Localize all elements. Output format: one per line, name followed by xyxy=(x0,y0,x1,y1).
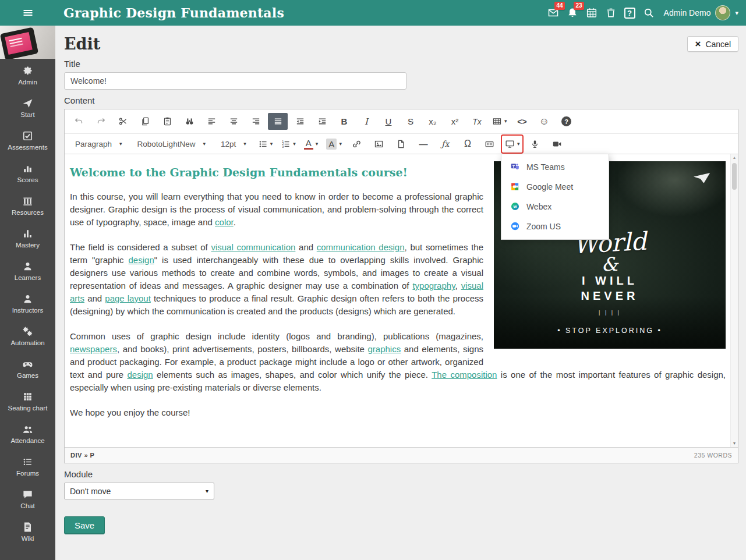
record-video-button[interactable] xyxy=(547,136,567,153)
messages-button[interactable]: 44 xyxy=(547,7,559,19)
sidebar-item-label: Games xyxy=(17,372,38,379)
content-link[interactable]: visual communication xyxy=(211,242,295,252)
image-text-ticks: | | | | xyxy=(599,306,621,319)
avatar xyxy=(715,5,730,20)
sidebar-item-scores[interactable]: Scores xyxy=(0,157,55,189)
menu-item-google-meet[interactable]: Google Meet xyxy=(501,177,609,197)
insert-document-button[interactable] xyxy=(391,136,411,153)
cancel-button[interactable]: × Cancel xyxy=(687,36,738,52)
paste-button[interactable] xyxy=(157,113,177,130)
sidebar-item-chat[interactable]: Chat xyxy=(0,483,55,515)
sidebar-item-wiki[interactable]: Wiki xyxy=(0,515,55,548)
scroll-up-arrow[interactable]: ▴ xyxy=(731,155,738,160)
notifications-badge: 23 xyxy=(574,2,584,10)
strikethrough-button[interactable]: S xyxy=(401,113,420,130)
calendar-button[interactable] xyxy=(586,7,597,19)
record-audio-button[interactable] xyxy=(525,136,545,153)
sidebar-item-seating-chart[interactable]: Seating chart xyxy=(0,385,55,417)
horizontal-rule-button[interactable]: — xyxy=(413,136,433,153)
binoculars-icon xyxy=(185,116,195,126)
copy-button[interactable] xyxy=(135,113,155,130)
indent-button[interactable] xyxy=(312,113,332,130)
content-link[interactable]: graphics xyxy=(368,344,401,354)
caret-down-icon: ▾ xyxy=(203,141,206,147)
sidebar-item-mastery[interactable]: Mastery xyxy=(0,222,55,254)
sidebar-item-forums[interactable]: Forums xyxy=(0,450,55,483)
sidebar-item-games[interactable]: Games xyxy=(0,352,55,385)
content-link[interactable]: newspapers xyxy=(70,344,117,354)
align-right-button[interactable] xyxy=(246,113,266,130)
align-center-icon xyxy=(229,116,239,126)
content-link[interactable]: design xyxy=(127,370,153,380)
underline-button[interactable]: U xyxy=(379,113,398,130)
content-link[interactable]: color xyxy=(215,217,234,227)
course-thumbnail[interactable] xyxy=(0,26,55,59)
module-select[interactable]: Don't move ▾ xyxy=(64,483,214,499)
superscript-button[interactable]: x² xyxy=(445,113,465,130)
sidebar-item-label: Learners xyxy=(15,274,41,281)
editor-scrollbar[interactable]: ▴ ▾ xyxy=(730,154,738,447)
content-link[interactable]: page layout xyxy=(105,293,151,303)
align-center-button[interactable] xyxy=(224,113,243,130)
cut-button[interactable] xyxy=(113,113,133,130)
scrollbar-thumb[interactable] xyxy=(732,163,737,190)
help-button[interactable]: ? xyxy=(557,113,577,130)
redo-button[interactable] xyxy=(91,113,111,130)
insert-link-button[interactable] xyxy=(347,136,367,153)
content-link[interactable]: The composition xyxy=(432,370,497,380)
align-justify-button[interactable] xyxy=(268,113,288,130)
course-title: Graphic Design Fundamentals xyxy=(63,5,284,20)
table-button[interactable]: ▾ xyxy=(489,113,510,130)
camera-icon xyxy=(552,139,562,149)
embed-button[interactable] xyxy=(480,136,500,153)
find-replace-button[interactable] xyxy=(179,113,199,130)
sidebar-item-resources[interactable]: Resources xyxy=(0,189,55,222)
question-mark-icon: ? xyxy=(624,8,635,19)
highlight-color-button[interactable]: A▾ xyxy=(323,136,345,153)
source-code-button[interactable]: <> xyxy=(512,113,532,130)
sidebar-item-automation[interactable]: Automation xyxy=(0,320,55,352)
save-button[interactable]: Save xyxy=(64,516,105,534)
emoji-button[interactable]: ☺ xyxy=(535,113,554,130)
sidebar-item-label: Seating chart xyxy=(8,405,48,412)
align-left-button[interactable] xyxy=(201,113,221,130)
menu-item-zoom-us[interactable]: Zoom US xyxy=(501,217,609,236)
insert-image-button[interactable] xyxy=(369,136,389,153)
help-button-topbar[interactable]: ? xyxy=(624,8,635,19)
editor-content[interactable]: World & I WILL NEVER | | | | • STOP EXPL… xyxy=(65,154,738,447)
search-button[interactable] xyxy=(643,7,655,19)
sidebar-item-attendance[interactable]: Attendance xyxy=(0,417,55,450)
content-link[interactable]: communication design xyxy=(317,242,405,252)
scroll-down-arrow[interactable]: ▾ xyxy=(731,441,738,446)
menu-item-webex[interactable]: wWebex xyxy=(501,197,609,217)
numbered-list-button[interactable]: 123▾ xyxy=(278,136,299,153)
outdent-button[interactable] xyxy=(290,113,310,130)
undo-button[interactable] xyxy=(69,113,89,130)
web-conference-button[interactable]: ▾MS TeamsGoogle MeetwWebexZoom US xyxy=(502,136,523,153)
content-link[interactable]: typography xyxy=(412,281,455,290)
bold-button[interactable]: B xyxy=(334,113,354,130)
italic-button[interactable]: I xyxy=(356,113,376,130)
user-menu[interactable]: Admin Demo ▾ xyxy=(664,5,738,20)
bullet-list-button[interactable]: ▾ xyxy=(255,136,276,153)
menu-toggle-button[interactable] xyxy=(0,7,55,19)
sidebar-item-instructors[interactable]: Instructors xyxy=(0,287,55,320)
font-size-select[interactable]: 12pt▾ xyxy=(214,136,253,153)
formula-button[interactable]: ƒx xyxy=(436,136,455,153)
text-color-button[interactable]: A▾ xyxy=(301,136,321,153)
sidebar-item-start[interactable]: Start xyxy=(0,91,55,124)
title-input[interactable] xyxy=(64,72,406,90)
notifications-button[interactable]: 23 xyxy=(567,7,578,19)
menu-item-ms-teams[interactable]: MS Teams xyxy=(501,157,609,177)
sidebar-nav: AdminStartAssessmentsScoresResourcesMast… xyxy=(0,59,55,548)
content-link[interactable]: design xyxy=(129,255,154,265)
sidebar-item-learners[interactable]: Learners xyxy=(0,254,55,287)
trash-button[interactable] xyxy=(605,7,617,19)
special-char-button[interactable]: Ω xyxy=(458,136,478,153)
subscript-button[interactable]: x₂ xyxy=(423,113,443,130)
clear-formatting-button[interactable]: Tx xyxy=(467,113,487,130)
block-format-select[interactable]: Paragraph▾ xyxy=(69,136,129,153)
sidebar-item-assessments[interactable]: Assessments xyxy=(0,124,55,157)
font-family-select[interactable]: RobotoLightNew▾ xyxy=(131,136,212,153)
sidebar-item-admin[interactable]: Admin xyxy=(0,59,55,91)
